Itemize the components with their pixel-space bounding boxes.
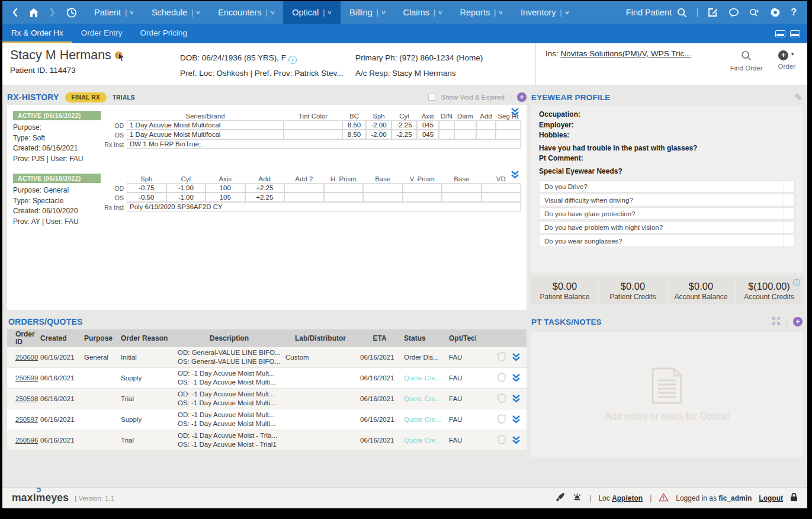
order-eta: 06/16/2021: [358, 373, 402, 383]
new-order-button[interactable]: +▼ Order: [778, 49, 795, 85]
tab-label: Order Pricing: [140, 28, 188, 37]
shield-icon[interactable]: [498, 373, 506, 383]
od-h-prism: [324, 183, 364, 193]
order-lab: [283, 418, 358, 421]
expand-rx-icon[interactable]: [511, 107, 519, 118]
back-icon[interactable]: [9, 7, 20, 18]
os-diam: [454, 130, 476, 139]
os-row: OS -0.50 -1.00 105 +2.25: [103, 193, 521, 203]
trials-tab[interactable]: TRIALS: [113, 94, 135, 101]
find-order-button[interactable]: Find Order: [730, 49, 763, 85]
forward-icon[interactable]: [47, 7, 58, 18]
order-id-link[interactable]: 250597: [15, 416, 38, 423]
order-id-link[interactable]: 250596: [15, 437, 38, 444]
gear-icon[interactable]: [770, 7, 781, 18]
order-eta: 06/16/2021: [358, 415, 402, 424]
alarm-icon[interactable]: [572, 493, 582, 504]
expand-order-icon[interactable]: [512, 394, 521, 404]
chat-icon[interactable]: [728, 7, 739, 18]
expand-order-icon[interactable]: [512, 373, 521, 383]
hobbies-label: Hobbies:: [539, 130, 795, 141]
patient-id: Patient ID: 114473: [10, 66, 180, 75]
menu-billing[interactable]: Billing|∨: [341, 1, 394, 24]
col-created: Created: [38, 334, 82, 344]
od-label: OD: [103, 121, 127, 130]
find-patient-button[interactable]: Find Patient: [626, 7, 687, 18]
order-id-link[interactable]: 250600: [15, 354, 38, 361]
shield-icon[interactable]: [498, 352, 506, 363]
brush-icon[interactable]: [556, 492, 565, 504]
order-id-link[interactable]: 250599: [15, 374, 38, 382]
location-link[interactable]: Appleton: [612, 494, 643, 502]
col-status: Status: [402, 334, 447, 344]
od-add2: [284, 183, 324, 193]
col-order-reason: Order Reason: [118, 334, 175, 344]
logout-link[interactable]: Logout: [759, 494, 783, 502]
question-row[interactable]: Visual difficulty when driving?: [539, 194, 795, 206]
find-order-label: Find Order: [730, 65, 763, 72]
question-text: Do you have problem with night vision?: [540, 224, 784, 231]
answer-box[interactable]: [784, 208, 794, 219]
menu-optical[interactable]: Optical|∨: [283, 1, 341, 24]
od-add: [476, 120, 496, 130]
shield-icon[interactable]: [498, 414, 506, 425]
menu-patient[interactable]: Patient|∨: [85, 1, 143, 24]
col-tint-color: Tint Color: [284, 111, 342, 121]
expand-order-icon[interactable]: [512, 415, 521, 425]
final-rx-badge[interactable]: FINAL RX: [65, 92, 107, 102]
col-v-prism: V. Prism: [403, 174, 442, 184]
answer-box[interactable]: [784, 235, 794, 246]
add-task-button[interactable]: +: [793, 317, 803, 326]
patient-header: Stacy M Hermans Patient ID: 114473 DOB: …: [2, 43, 807, 85]
active-banner: ACTIVE (06/16/2022): [13, 111, 101, 120]
os-add: [476, 130, 496, 139]
balance-label: Account Credits: [736, 293, 803, 301]
answer-box[interactable]: [784, 181, 794, 192]
col-sph: Sph: [127, 174, 166, 184]
order-description: OD: -1 Day Acuvue Moist Mult...OS: -1 Da…: [175, 368, 283, 388]
shield-icon[interactable]: [498, 435, 506, 446]
order-row: 250598 06/16/2021 Trial OD: -1 Day Acuvu…: [7, 389, 527, 409]
expand-order-icon[interactable]: [512, 435, 521, 446]
tab-rx-order-hx[interactable]: Rx & Order Hx: [2, 24, 72, 43]
order-description: OD: -1 Day Acuvue Moist - Tria...OS: -1 …: [175, 430, 283, 450]
show-void-checkbox[interactable]: [428, 94, 435, 101]
question-row[interactable]: Do you have problem with night vision?: [539, 221, 795, 233]
logged-in-line: Logged in as fic_admin: [676, 494, 752, 502]
menu-label: Encounters: [218, 8, 261, 17]
rx-inst-value: DW 1 Mo FRP BioTrue;: [127, 139, 521, 149]
tab-order-pricing[interactable]: Order Pricing: [131, 24, 197, 43]
advanced-search-icon[interactable]: [749, 7, 760, 18]
menu-encounters[interactable]: Encounters|∨: [209, 1, 283, 24]
question-row[interactable]: Do you have glare protection?: [539, 207, 795, 220]
insurance-link[interactable]: Novitas Solutions(PM)/V, WPS Tric...: [561, 49, 691, 58]
tab-order-entry[interactable]: Order Entry: [72, 24, 131, 43]
help-icon[interactable]: ?: [791, 7, 797, 18]
pt-tasks-card[interactable]: Add notes or tasks for Optical: [531, 332, 803, 457]
compose-icon[interactable]: [708, 7, 718, 18]
answer-box[interactable]: [784, 194, 794, 206]
answer-box[interactable]: [784, 222, 794, 233]
layout-expanded-icon[interactable]: [790, 30, 800, 37]
question-row[interactable]: Do you wear sunglasses?: [539, 235, 795, 247]
expand-order-icon[interactable]: [512, 353, 521, 363]
edit-profile-icon[interactable]: ✎: [795, 92, 803, 103]
warning-icon[interactable]: [659, 493, 669, 504]
menu-schedule[interactable]: Schedule|∨: [143, 1, 209, 24]
menu-claims[interactable]: Claims|∨: [394, 1, 451, 24]
info-icon[interactable]: i: [793, 279, 800, 286]
patient-ac-resp: A/c Resp: Stacy M Hermans: [355, 66, 535, 81]
order-id-link[interactable]: 250598: [15, 395, 38, 402]
shield-icon[interactable]: [498, 393, 506, 404]
question-row[interactable]: Do you Drive?: [539, 180, 795, 193]
menu-inventory[interactable]: Inventory|∨: [512, 1, 577, 24]
home-icon[interactable]: [28, 7, 39, 18]
expand-rx-icon[interactable]: [511, 170, 519, 181]
add-rx-button[interactable]: +: [517, 92, 527, 102]
od-base2: [442, 183, 482, 193]
expand-tasks-icon[interactable]: [772, 316, 781, 328]
layout-compact-icon[interactable]: [775, 30, 785, 37]
history-icon[interactable]: [66, 7, 77, 18]
info-icon[interactable]: i: [288, 56, 297, 64]
menu-reports[interactable]: Reports|∨: [451, 1, 512, 24]
